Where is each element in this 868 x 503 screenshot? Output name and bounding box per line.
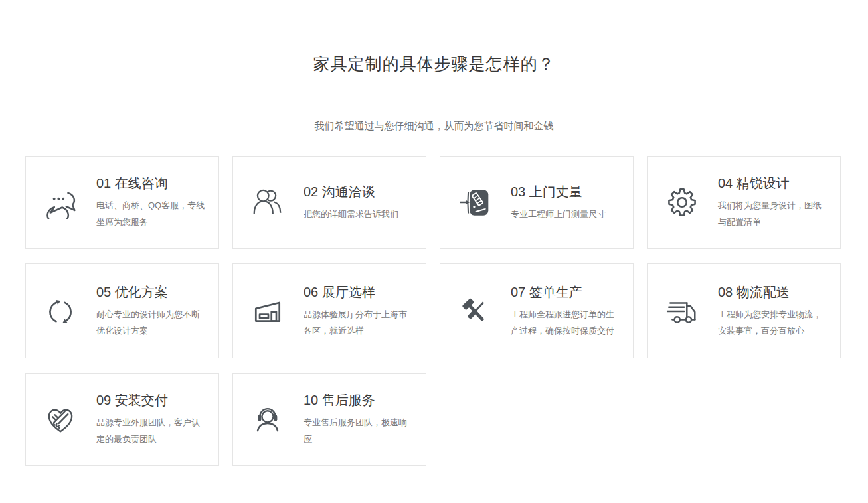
door-measure-icon xyxy=(458,186,491,219)
step-description: 工程师全程跟进您订单的生产过程，确保按时保质交付 xyxy=(511,306,621,339)
step-title: 02 沟通洽谈 xyxy=(304,183,398,201)
step-card: 06 展厅选样 品源体验展厅分布于上海市各区，就近选样 xyxy=(232,263,426,358)
step-icon-box xyxy=(665,294,699,328)
step-description: 我们将为您量身设计，图纸与配置清单 xyxy=(718,197,828,230)
step-description: 耐心专业的设计师为您不断优化设计方案 xyxy=(96,306,207,339)
people-icon xyxy=(251,186,284,219)
step-icon-box xyxy=(250,185,285,220)
step-description: 专业工程师上门测量尺寸 xyxy=(511,206,606,222)
heading-divider-right xyxy=(585,64,842,64)
step-icon-box xyxy=(250,402,285,437)
step-icon-box xyxy=(665,185,699,220)
step-title: 08 物流配送 xyxy=(718,283,828,301)
step-card: 05 优化方案 耐心专业的设计师为您不断优化设计方案 xyxy=(25,263,219,358)
heading-divider-left xyxy=(25,64,282,64)
step-title: 06 展厅选样 xyxy=(304,283,414,301)
step-title: 03 上门丈量 xyxy=(511,183,606,201)
step-icon-box xyxy=(43,402,78,437)
step-description: 品源专业外服团队，客户认定的最负责团队 xyxy=(96,414,207,447)
step-icon-box xyxy=(43,294,78,328)
section-subtitle: 我们希望通过与您仔细沟通，从而为您节省时间和金钱 xyxy=(0,120,868,133)
steps-grid: 01 在线咨询 电话、商桥、QQ客服，专线坐席为您服务 02 沟通洽谈 把您的详… xyxy=(25,156,868,466)
step-card: 04 精锐设计 我们将为您量身设计，图纸与配置清单 xyxy=(647,156,841,249)
showroom-building-icon xyxy=(251,295,284,328)
step-card: 10 售后服务 专业售后服务团队，极速响应 xyxy=(232,373,426,466)
step-card: 07 签单生产 工程师全程跟进您订单的生产过程，确保按时保质交付 xyxy=(440,263,634,358)
step-title: 09 安装交付 xyxy=(96,392,207,409)
page-title: 家具定制的具体步骤是怎样的？ xyxy=(313,53,555,75)
refresh-arrows-icon xyxy=(44,295,77,328)
step-title: 07 签单生产 xyxy=(511,283,621,301)
step-card: 09 安装交付 品源专业外服团队，客户认定的最负责团队 xyxy=(25,373,219,466)
step-description: 电话、商桥、QQ客服，专线坐席为您服务 xyxy=(96,197,207,230)
delivery-truck-icon xyxy=(665,295,699,328)
step-description: 专业售后服务团队，极速响应 xyxy=(304,414,414,447)
step-description: 把您的详细需求告诉我们 xyxy=(304,206,398,222)
step-icon-box xyxy=(250,294,285,328)
step-title: 01 在线咨询 xyxy=(96,175,207,192)
tools-icon xyxy=(458,295,491,328)
step-card: 08 物流配送 工程师为您安排专业物流，安装事宜，百分百放心 xyxy=(647,263,841,358)
step-card: 01 在线咨询 电话、商桥、QQ客服，专线坐席为您服务 xyxy=(25,156,219,249)
handshake-heart-icon xyxy=(44,403,77,436)
step-title: 05 优化方案 xyxy=(96,283,207,301)
step-card: 02 沟通洽谈 把您的详细需求告诉我们 xyxy=(232,156,426,249)
step-icon-box xyxy=(458,294,492,328)
headset-support-icon xyxy=(251,403,284,436)
step-icon-box xyxy=(458,185,492,220)
chat-bubbles-icon xyxy=(44,186,77,219)
step-description: 品源体验展厅分布于上海市各区，就近选样 xyxy=(304,306,414,339)
gear-icon xyxy=(665,186,699,219)
step-title: 10 售后服务 xyxy=(304,392,414,409)
step-icon-box xyxy=(43,185,78,220)
step-description: 工程师为您安排专业物流，安装事宜，百分百放心 xyxy=(718,306,828,339)
step-title: 04 精锐设计 xyxy=(718,175,828,192)
section-heading: 家具定制的具体步骤是怎样的？ xyxy=(0,52,868,76)
step-card: 03 上门丈量 专业工程师上门测量尺寸 xyxy=(440,156,634,249)
furniture-steps-section: 家具定制的具体步骤是怎样的？ 我们希望通过与您仔细沟通，从而为您节省时间和金钱 … xyxy=(0,52,868,466)
